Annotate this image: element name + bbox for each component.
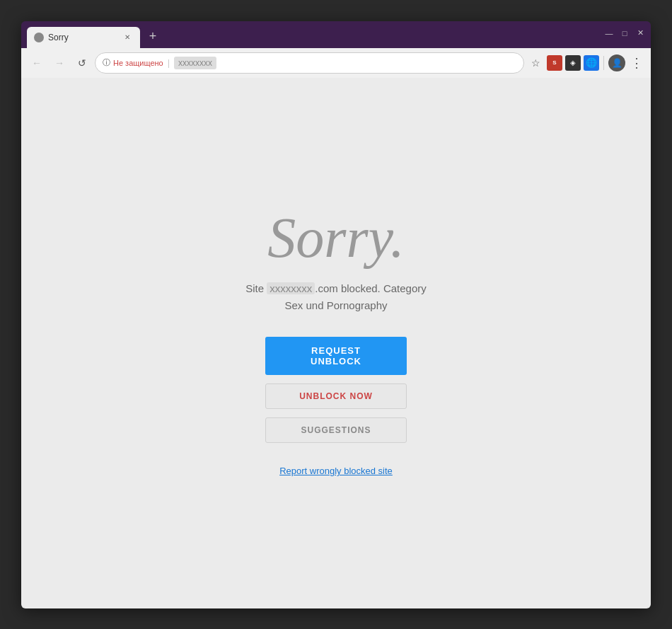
blocked-site-prefix: Site [245, 282, 267, 294]
back-button[interactable]: ← [27, 53, 47, 73]
avatar-icon-symbol: 👤 [612, 58, 622, 68]
tab-favicon-icon [34, 33, 44, 42]
blocked-message-line1: Site xxxxxxxx.com blocked. Category [245, 280, 427, 297]
extension-dark-icon[interactable]: ◈ [565, 55, 581, 71]
address-separator: | [168, 57, 170, 68]
forward-button[interactable]: → [50, 53, 69, 73]
address-bar[interactable]: ⓘ Не защищено | xxxxxxxx [95, 52, 524, 74]
info-icon: ⓘ [103, 57, 110, 68]
blocked-site-name: xxxxxxxx [267, 282, 315, 294]
request-unblock-button[interactable]: REQUEST UNBLOCK [265, 337, 407, 375]
ext-dark-label: ◈ [570, 59, 576, 67]
url-display: xxxxxxxx [174, 57, 216, 69]
ext-red-label: S [552, 59, 556, 66]
nav-bar: ← → ↺ ⓘ Не защищено | xxxxxxxx ☆ S [21, 48, 651, 78]
page-content: Sorry. Site xxxxxxxx.com blocked. Catego… [21, 78, 651, 608]
reload-button[interactable]: ↺ [72, 53, 92, 73]
blocked-message: Site xxxxxxxx.com blocked. Category Sex … [245, 280, 427, 314]
security-indicator: ⓘ Не защищено [103, 57, 163, 68]
profile-avatar[interactable]: 👤 [608, 54, 625, 71]
maximize-button[interactable]: □ [620, 28, 630, 38]
tab-close-button[interactable]: ✕ [122, 32, 133, 43]
tab-area: Sorry ✕ + [27, 21, 601, 48]
buttons-container: REQUEST UNBLOCK UNBLOCK NOW SUGGESTIONS [265, 337, 407, 443]
report-wrongly-blocked-link[interactable]: Report wrongly blocked site [279, 466, 393, 476]
ext-globe-label: 🌐 [586, 57, 597, 68]
sorry-heading: Sorry. [267, 209, 404, 266]
new-tab-button[interactable]: + [143, 27, 163, 47]
suggestions-button[interactable]: SUGGESTIONS [265, 417, 407, 443]
security-text: Не защищено [113, 59, 163, 67]
active-tab[interactable]: Sorry ✕ [27, 27, 140, 48]
window-controls: — □ ✕ [604, 28, 645, 41]
close-window-button[interactable]: ✕ [635, 28, 645, 38]
browser-window: Sorry ✕ + — □ ✕ ← → ↺ ⓘ Не защищено | [21, 21, 651, 608]
blocked-message-line2: Sex und Pornography [245, 297, 427, 314]
blocked-site-suffix: .com blocked. Category [315, 282, 427, 294]
extension-red-icon[interactable]: S [547, 55, 562, 71]
bookmark-button[interactable]: ☆ [527, 54, 544, 71]
extension-globe-icon[interactable]: 🌐 [584, 55, 599, 71]
menu-button[interactable]: ⋮ [628, 54, 645, 71]
tab-title: Sorry [48, 33, 117, 42]
nav-icons-right: ☆ S ◈ 🌐 👤 ⋮ [527, 54, 645, 71]
nav-divider [603, 56, 604, 70]
unblock-now-button[interactable]: UNBLOCK NOW [265, 383, 407, 409]
minimize-button[interactable]: — [604, 28, 614, 38]
title-bar: Sorry ✕ + — □ ✕ [21, 21, 651, 48]
